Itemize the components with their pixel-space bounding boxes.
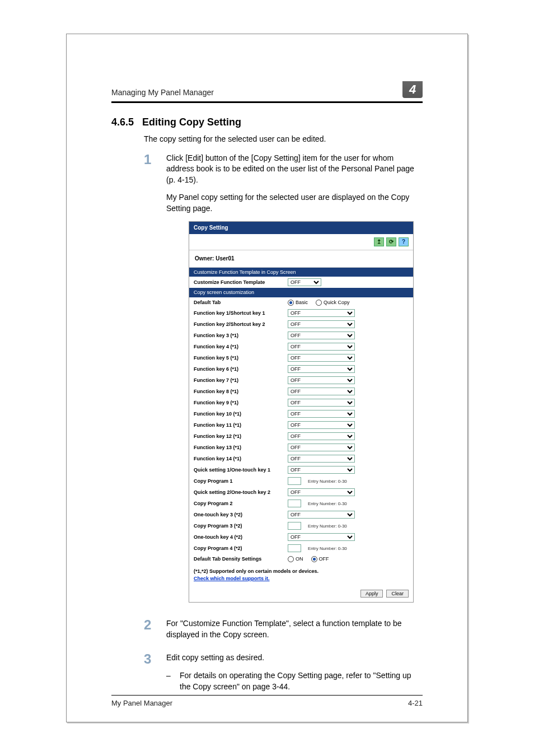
function-key-select[interactable]: OFF	[288, 354, 355, 362]
function-key-label: Function key 3 (*1)	[194, 332, 283, 339]
footnote-text: (*1,*2) Supported only on certain models…	[194, 568, 318, 574]
function-key-select[interactable]: OFF	[288, 332, 355, 339]
refresh-icon[interactable]: ⟳	[386, 237, 396, 246]
function-key-row: Function key 2/Shortcut key 2OFF	[189, 319, 413, 330]
quick2-select[interactable]: OFF	[288, 488, 355, 496]
step-1-text-1: Click [Edit] button of the [Copy Setting…	[166, 153, 423, 186]
function-key-label: Function key 7 (*1)	[194, 377, 283, 384]
function-key-row: Function key 12 (*1)OFF	[189, 431, 413, 442]
cft-select[interactable]: OFF	[288, 278, 321, 286]
cft-label: Customize Function Template	[194, 279, 283, 286]
function-key-select[interactable]: OFF	[288, 365, 355, 373]
band-customize-template: Customize Function Template in Copy Scre…	[189, 268, 413, 277]
function-key-select[interactable]: OFF	[288, 444, 355, 451]
step-1-text-2: My Panel copy setting for the selected u…	[166, 192, 423, 214]
band-copy-screen: Copy screen customization	[189, 288, 413, 297]
running-header: Managing My Panel Manager	[111, 88, 214, 97]
function-key-row: Function key 13 (*1)OFF	[189, 442, 413, 453]
ot3-select[interactable]: OFF	[288, 511, 355, 519]
prog4-input[interactable]	[288, 544, 301, 552]
ot4-label: One-touch key 4 (*2)	[194, 534, 283, 541]
footer-left: My Panel Manager	[111, 699, 172, 707]
prog2-hint: Entry Number: 0-30	[308, 501, 347, 507]
function-key-label: Function key 13 (*1)	[194, 444, 283, 451]
prog4-hint: Entry Number: 0-30	[308, 545, 347, 552]
function-key-row: Function key 6 (*1)OFF	[189, 363, 413, 375]
section-heading: 4.6.5 Editing Copy Setting	[111, 116, 423, 128]
footer-right: 4-21	[408, 699, 423, 707]
step-3-subitem: – For details on operating the Copy Sett…	[166, 670, 423, 692]
prog3-label: Copy Program 3 (*2)	[194, 522, 283, 530]
density-label: Default Tab Density Settings	[194, 556, 283, 563]
default-tab-radios[interactable]: Basic Quick Copy	[288, 299, 350, 306]
function-key-select[interactable]: OFF	[288, 410, 355, 418]
function-key-row: Function key 11 (*1)OFF	[189, 419, 413, 431]
function-key-row: Function key 8 (*1)OFF	[189, 386, 413, 397]
step-3-text: Edit copy setting as desired.	[166, 652, 423, 664]
prog1-input[interactable]	[288, 477, 301, 485]
quick1-select[interactable]: OFF	[288, 466, 355, 474]
step-number: 1	[144, 153, 166, 613]
prog1-hint: Entry Number: 0-30	[308, 478, 347, 484]
quick1-label: Quick setting 1/One-touch key 1	[194, 466, 283, 474]
ot3-label: One-touch key 3 (*2)	[194, 511, 283, 519]
function-key-label: Function key 14 (*1)	[194, 455, 283, 463]
step-number: 2	[144, 618, 166, 647]
function-key-label: Function key 4 (*1)	[194, 343, 283, 351]
function-key-row: Function key 3 (*1)OFF	[189, 330, 413, 341]
step-2: 2 For "Customize Function Template", sel…	[144, 618, 423, 647]
function-key-row: Function key 4 (*1)OFF	[189, 341, 413, 352]
function-key-select[interactable]: OFF	[288, 421, 355, 429]
function-key-select[interactable]: OFF	[288, 343, 355, 351]
function-key-row: Function key 9 (*1)OFF	[189, 397, 413, 408]
help-icon[interactable]: ?	[399, 237, 409, 246]
radio-density-on[interactable]	[288, 556, 294, 562]
prog2-input[interactable]	[288, 500, 301, 507]
apply-button[interactable]: Apply	[360, 590, 383, 598]
function-key-row: Function key 1/Shortcut key 1OFF	[189, 307, 413, 319]
prog2-label: Copy Program 2	[194, 500, 283, 507]
function-key-label: Function key 10 (*1)	[194, 410, 283, 418]
function-key-label: Function key 1/Shortcut key 1	[194, 310, 283, 317]
dialog-title: Copy Setting	[189, 222, 413, 234]
function-key-label: Function key 5 (*1)	[194, 354, 283, 362]
function-key-select[interactable]: OFF	[288, 309, 355, 317]
function-key-select[interactable]: OFF	[288, 399, 355, 407]
density-radios[interactable]: ON OFF	[288, 556, 329, 563]
clear-button[interactable]: Clear	[386, 590, 409, 598]
quick2-label: Quick setting 2/One-touch key 2	[194, 489, 283, 496]
footnote-link[interactable]: Check which model supports it.	[194, 576, 270, 581]
function-key-row: Function key 10 (*1)OFF	[189, 408, 413, 419]
function-key-label: Function key 12 (*1)	[194, 433, 283, 440]
radio-basic[interactable]	[288, 300, 294, 306]
prog3-input[interactable]	[288, 522, 301, 530]
function-key-select[interactable]: OFF	[288, 320, 355, 328]
function-key-label: Function key 6 (*1)	[194, 366, 283, 373]
step-1: 1 Click [Edit] button of the [Copy Setti…	[144, 153, 423, 613]
prog1-label: Copy Program 1	[194, 478, 283, 485]
function-key-select[interactable]: OFF	[288, 388, 355, 395]
ot4-select[interactable]: OFF	[288, 533, 355, 541]
function-key-label: Function key 8 (*1)	[194, 388, 283, 395]
step-number: 3	[144, 652, 166, 692]
function-key-row: Function key 14 (*1)OFF	[189, 453, 413, 464]
prog4-label: Copy Program 4 (*2)	[194, 545, 283, 552]
copy-setting-screenshot: Copy Setting ↥ ⟳ ? Owner: User01 Customi…	[189, 221, 414, 603]
function-key-select[interactable]: OFF	[288, 432, 355, 440]
up-icon[interactable]: ↥	[374, 237, 384, 246]
prog3-hint: Entry Number: 0-30	[308, 523, 347, 529]
function-key-select[interactable]: OFF	[288, 455, 355, 463]
function-key-row: Function key 7 (*1)OFF	[189, 375, 413, 386]
function-key-row: Function key 5 (*1)OFF	[189, 352, 413, 363]
function-key-label: Function key 9 (*1)	[194, 399, 283, 407]
intro-text: The copy setting for the selected user c…	[144, 134, 423, 145]
function-key-label: Function key 2/Shortcut key 2	[194, 321, 283, 328]
radio-density-off[interactable]	[311, 556, 317, 562]
function-key-select[interactable]: OFF	[288, 376, 355, 384]
radio-quick-copy[interactable]	[316, 300, 322, 306]
header-rule	[111, 101, 423, 103]
owner-label: Owner: User01	[189, 250, 413, 268]
chapter-number-badge: 4	[402, 81, 423, 98]
step-3: 3 Edit copy setting as desired. – For de…	[144, 652, 423, 692]
default-tab-label: Default Tab	[194, 299, 283, 306]
